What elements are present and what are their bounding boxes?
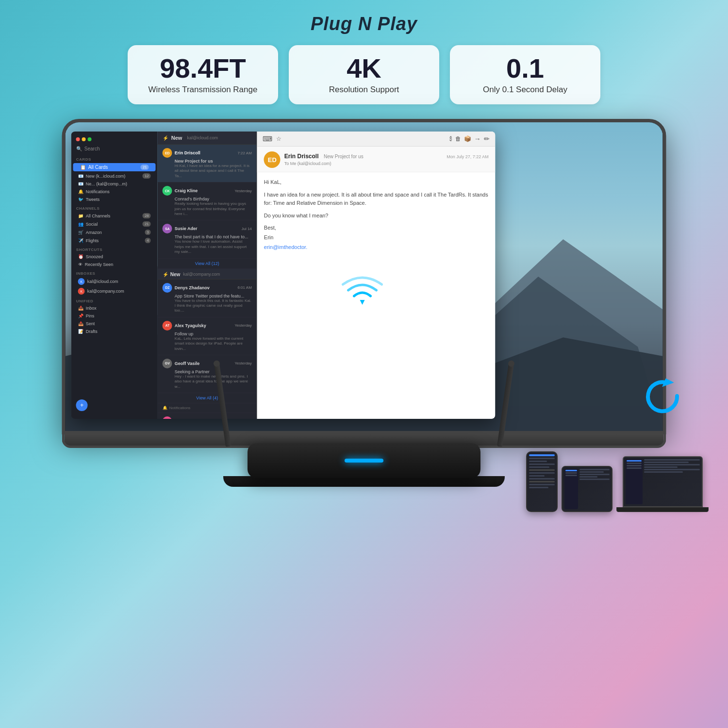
wifi-signal-overlay (341, 271, 384, 313)
body-line1: I have an idea for a new project. It is … (264, 191, 489, 208)
sidebar-item-drafts[interactable]: 📝 Drafts (71, 328, 158, 335)
from-name: Erin Driscoll (284, 153, 319, 160)
email-from-section: ED Erin Driscoll New Project for us Mon … (257, 147, 496, 172)
sidebar-item-inbox[interactable]: 📥 Inbox (71, 304, 158, 312)
body-greeting: Hi KaL, (264, 178, 489, 187)
sidebar-section-cards: CARDS (71, 155, 158, 163)
from-avatar: ED (264, 151, 281, 168)
device-led-strip (345, 459, 383, 463)
small-phone (526, 451, 558, 512)
stat-desc-range: Wireless Transmission Range (143, 85, 263, 95)
mail-sidebar: 🔍 Search CARDS 📋 All Cards 21 📧 New (k..… (71, 132, 158, 418)
toolbar-more-btn[interactable]: → (474, 135, 481, 143)
sidebar-item-all-channels[interactable]: 📁 All Channels 28 (71, 212, 158, 220)
body-name: Erin (264, 233, 489, 242)
email-item-alex[interactable]: AT Alex Tyagulsky Yesterday Follow up Ka… (158, 317, 257, 355)
email-list-header: ⚡ New kal@icloud.com (158, 132, 257, 145)
toolbar-delete-btn[interactable]: 🗑 (455, 135, 461, 142)
bluetooth-icon: ₿ (449, 136, 452, 142)
email-item-craig[interactable]: CK Craig Kline Yesterday Conrad's Birthd… (158, 182, 257, 220)
email-item-geoff[interactable]: GV Geoff Vasile Yesterday Seeking a Part… (158, 355, 257, 393)
toolbar-star-btn[interactable]: ☆ (275, 134, 283, 143)
sidebar-item-pins[interactable]: 📌 Pins (71, 312, 158, 320)
sidebar-item-new-icloud[interactable]: 📧 New (k...icloud.com) 12 (71, 172, 158, 180)
sidebar-item-recently-seen[interactable]: 👁 Recently Seen (71, 261, 158, 268)
toolbar-archive-btn[interactable]: 📦 (464, 135, 471, 142)
device-base (248, 443, 480, 478)
refresh-arrow (641, 374, 684, 420)
small-laptop (616, 456, 709, 512)
sidebar-item-flights[interactable]: ✈️ Flights 4 (71, 236, 158, 245)
stat-desc-resolution: Resolution Support (304, 85, 424, 95)
sidebar-item-social[interactable]: 👥 Social 21 (71, 220, 158, 228)
sidebar-item-inbox-company[interactable]: K kal@company.com (71, 286, 158, 296)
stat-box-delay: 0.1 Only 0.1 Second Delay (450, 45, 600, 104)
toolbar-back-btn[interactable]: ⌨ (263, 134, 272, 143)
body-email: erin@imthedoctor. (264, 243, 489, 252)
body-line2: Do you know what I mean? (264, 212, 489, 220)
email-detail-panel: ⌨ ☆ ₿ 🗑 📦 → ✏ ED (257, 132, 496, 418)
view-all-12[interactable]: View All (12) (158, 259, 257, 269)
email-body: Hi KaL, I have an idea for a new project… (257, 172, 496, 418)
email-item-susie[interactable]: SA Susie Ader Jul 14 The best part is th… (158, 220, 257, 258)
tv-screen: 🔍 Search CARDS 📋 All Cards 21 📧 New (k..… (62, 119, 666, 434)
stat-box-resolution: 4K Resolution Support (289, 45, 439, 104)
sidebar-item-amazon[interactable]: 🛒 Amazon 3 (71, 228, 158, 236)
body-sign: Best, (264, 224, 489, 232)
stat-number-resolution: 4K (304, 55, 424, 82)
email-list-panel: ⚡ New kal@icloud.com ED Erin Driscoll 7:… (158, 132, 257, 418)
sidebar-item-all-cards[interactable]: 📋 All Cards 21 (73, 163, 156, 171)
view-all-4[interactable]: View All (4) (158, 393, 257, 403)
email-list-new-header: ⚡ New kal@company.com (158, 269, 257, 280)
email-list-title: New (171, 135, 182, 141)
sidebar-item-sent[interactable]: 📤 Sent (71, 320, 158, 328)
sidebar-item-notifications[interactable]: 🔔 Notifications (71, 188, 158, 196)
small-tablet (562, 466, 612, 512)
to-info: To Me (kal@icloud.com) (284, 161, 489, 166)
email-detail-toolbar-bar: ⌨ ☆ ₿ 🗑 📦 → ✏ (257, 132, 496, 147)
tv-area: 🔍 Search CARDS 📋 All Cards 21 📧 New (k..… (0, 109, 728, 527)
sidebar-item-tweets[interactable]: 🐦 Tweets (71, 196, 158, 203)
plug-n-play-title: Plug N Play (311, 14, 417, 34)
email-item-denys[interactable]: DZ Denys Zhadanov 6:01 AM App Store Twit… (158, 280, 257, 317)
page-header: Plug N Play (0, 0, 728, 34)
mail-app: 🔍 Search CARDS 📋 All Cards 21 📧 New (k..… (71, 132, 496, 418)
sidebar-search[interactable]: 🔍 Search (71, 144, 158, 153)
stat-number-delay: 0.1 (465, 55, 585, 82)
stat-box-range: 98.4FT Wireless Transmission Range (128, 45, 278, 104)
small-devices-cluster (526, 451, 709, 512)
sidebar-item-new-company[interactable]: 📧 Ne... (kal@comp...m) (71, 180, 158, 188)
email-item-dribbble[interactable]: D Dribbble 11:05 AM [Dribbble] Superman … (158, 413, 257, 418)
sidebar-item-inbox-icloud[interactable]: K kal@icloud.com (71, 277, 158, 286)
email-item-erin[interactable]: ED Erin Driscoll 7:22 AM New Project for… (158, 145, 257, 182)
stats-row: 98.4FT Wireless Transmission Range 4K Re… (44, 45, 684, 104)
notifications-section: 🔔 Notifications (158, 403, 257, 413)
sidebar-item-snoozed[interactable]: ⏰ Snoozed (71, 253, 158, 261)
toolbar-compose-btn[interactable]: ✏ (484, 135, 490, 143)
stat-desc-delay: Only 0.1 Second Delay (465, 85, 585, 95)
stat-number-range: 98.4FT (143, 55, 263, 82)
email-date: Mon July 27, 7:22 AM (447, 154, 489, 159)
